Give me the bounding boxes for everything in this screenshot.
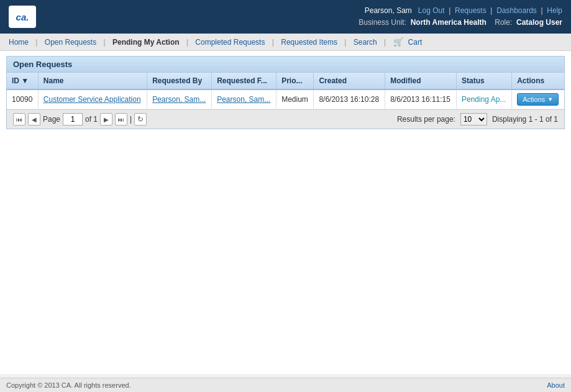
requested-for-link[interactable]: Pearson, Sam...: [217, 95, 270, 104]
results-per-page-select[interactable]: 10 25 50 100: [460, 113, 487, 125]
requests-link[interactable]: Requests: [455, 6, 486, 15]
help-link[interactable]: Help: [547, 6, 562, 15]
dashboards-link[interactable]: Dashboards: [496, 6, 537, 15]
logo-area: ca.: [9, 6, 36, 28]
requested-by-link[interactable]: Pearson, Sam...: [152, 95, 206, 104]
table-row: 10090 Customer Service Application Pears…: [7, 89, 564, 109]
results-per-page-label: Results per page:: [397, 115, 455, 124]
table-header-row: ID ▼ Name Requested By Requested F... Pr…: [7, 73, 564, 89]
last-page-button[interactable]: ⏭: [115, 113, 127, 125]
nav-home[interactable]: Home: [6, 38, 31, 47]
cell-requested-for: Pearson, Sam...: [212, 89, 276, 109]
separator: |: [130, 115, 132, 124]
navbar: Home | Open Requests | Pending My Action…: [0, 34, 571, 51]
nav-open-requests[interactable]: Open Requests: [42, 38, 99, 47]
col-modified[interactable]: Modified: [385, 73, 457, 89]
page-input[interactable]: [63, 113, 83, 125]
status-badge: Pending Ap...: [462, 95, 506, 104]
actions-button[interactable]: Actions: [517, 93, 559, 106]
col-created[interactable]: Created: [314, 73, 385, 89]
first-page-button[interactable]: ⏮: [13, 113, 25, 125]
table-body: 10090 Customer Service Application Pears…: [7, 89, 564, 109]
logo-text: ca.: [16, 12, 29, 22]
next-page-button[interactable]: ▶: [100, 113, 112, 125]
header-business-row: Business Unit: North America Health Role…: [359, 17, 562, 29]
cart-icon: 🛒: [391, 37, 406, 47]
of-label: of 1: [85, 115, 98, 124]
page-label: Page: [43, 115, 60, 124]
panel-title: Open Requests: [7, 57, 564, 73]
nav-requested-items[interactable]: Requested Items: [278, 38, 340, 47]
col-requested-by[interactable]: Requested By: [147, 73, 212, 89]
pagination-right: Results per page: 10 25 50 100 Displayin…: [397, 113, 558, 125]
logout-link[interactable]: Log Out: [418, 6, 445, 15]
header-username: Pearson, Sam: [365, 6, 412, 15]
cell-name: Customer Service Application: [38, 89, 147, 109]
pagination: ⏮ ◀ Page of 1 ▶ ⏭ | ↻ Results per page: …: [7, 109, 564, 129]
role-label: Role:: [495, 18, 512, 27]
col-name[interactable]: Name: [38, 73, 147, 89]
nav-search[interactable]: Search: [351, 38, 380, 47]
business-unit-label: Business Unit:: [359, 18, 406, 27]
header-user-row: Pearson, Sam Log Out | Requests | Dashbo…: [359, 5, 562, 17]
ca-logo: ca.: [9, 6, 36, 28]
col-actions: Actions: [512, 73, 564, 89]
displaying-label: Displaying 1 - 1 of 1: [492, 115, 558, 124]
business-unit-value: North America Health: [411, 18, 486, 27]
col-requested-for[interactable]: Requested F...: [212, 73, 276, 89]
refresh-button[interactable]: ↻: [134, 113, 147, 125]
open-requests-panel: Open Requests ID ▼ Name Requested By Req…: [6, 56, 565, 129]
nav-pending-my-action[interactable]: Pending My Action: [110, 38, 182, 47]
request-name-link[interactable]: Customer Service Application: [43, 95, 141, 104]
requests-table: ID ▼ Name Requested By Requested F... Pr…: [7, 73, 564, 109]
col-id[interactable]: ID ▼: [7, 73, 38, 89]
cell-modified: 8/6/2013 16:11:15: [385, 89, 457, 109]
col-status[interactable]: Status: [456, 73, 511, 89]
prev-page-button[interactable]: ◀: [28, 113, 40, 125]
cell-id: 10090: [7, 89, 38, 109]
role-value: Catalog User: [516, 18, 562, 27]
nav-completed-requests[interactable]: Completed Requests: [193, 38, 267, 47]
main-content: Open Requests ID ▼ Name Requested By Req…: [0, 51, 571, 374]
col-priority[interactable]: Prio...: [276, 73, 314, 89]
cell-created: 8/6/2013 16:10:28: [314, 89, 385, 109]
pagination-left: ⏮ ◀ Page of 1 ▶ ⏭ | ↻: [13, 113, 147, 125]
cell-actions: Actions: [512, 89, 564, 109]
header: ca. Pearson, Sam Log Out | Requests | Da…: [0, 0, 571, 34]
cell-status: Pending Ap...: [456, 89, 511, 109]
cell-priority: Medium: [276, 89, 314, 109]
cell-requested-by: Pearson, Sam...: [147, 89, 212, 109]
header-right: Pearson, Sam Log Out | Requests | Dashbo…: [359, 5, 562, 29]
nav-cart[interactable]: Cart: [406, 38, 425, 47]
